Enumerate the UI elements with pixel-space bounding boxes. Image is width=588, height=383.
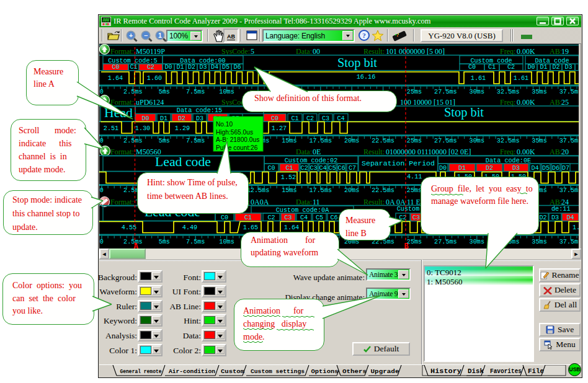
svg-text:C5: C5	[328, 165, 336, 172]
svg-text:SysCode:: SysCode:	[221, 47, 250, 56]
svg-text:Custom code:5: Custom code:5	[108, 58, 157, 64]
svg-text:25ms: 25ms	[407, 138, 422, 144]
svg-text:C3: C3	[412, 214, 420, 221]
svg-text:Freq:: Freq:	[500, 98, 515, 107]
svg-text:2.51: 2.51	[104, 125, 118, 132]
svg-text:5ms: 5ms	[159, 138, 170, 144]
svg-text:Freq:: Freq:	[500, 47, 515, 56]
svg-text:0: 0	[100, 187, 104, 194]
svg-text:20: 20	[561, 147, 569, 156]
svg-text:10ms: 10ms	[219, 239, 234, 245]
svg-text:0: 0	[100, 239, 104, 245]
svg-text:17.5ms: 17.5ms	[309, 138, 332, 144]
svg-text:de:11: de:11	[551, 206, 571, 213]
svg-text:1.64: 1.64	[284, 224, 299, 231]
svg-text:B: B	[404, 242, 408, 249]
svg-text:AB:: AB:	[550, 147, 562, 156]
svg-text:Lead code: Lead code	[155, 155, 211, 169]
svg-text:4.49: 4.49	[182, 224, 197, 231]
svg-text:12.5ms: 12.5ms	[247, 187, 270, 194]
svg-text:Custom: Custom	[221, 368, 245, 375]
svg-text:2.5ms: 2.5ms	[123, 239, 143, 245]
svg-text:D3: D3	[196, 115, 203, 122]
svg-text:C6: C6	[330, 214, 337, 221]
svg-text:25: 25	[561, 98, 569, 107]
svg-text:C7: C7	[349, 165, 356, 172]
svg-text:Air-condition: Air-condition	[169, 368, 215, 375]
svg-text:0.00K: 0.00K	[517, 47, 535, 56]
svg-text:D3: D3	[512, 165, 520, 172]
svg-text:25ms: 25ms	[407, 239, 422, 245]
svg-text:1.52: 1.52	[281, 174, 296, 181]
svg-text:C6: C6	[337, 165, 345, 172]
svg-text:C0: C0	[468, 64, 476, 71]
svg-text:25ms: 25ms	[407, 89, 422, 95]
svg-text:37.5ms: 37.5ms	[559, 239, 579, 245]
svg-text:16.16: 16.16	[357, 74, 376, 81]
svg-text:D5: D5	[222, 64, 229, 71]
svg-text:History: History	[430, 368, 462, 375]
svg-text:7.5ms: 7.5ms	[186, 239, 205, 245]
svg-text:1.60: 1.60	[147, 75, 162, 82]
svg-text:D3: D3	[564, 64, 572, 71]
svg-text:Custom code:0A: Custom code:0A	[276, 207, 329, 214]
svg-text:37.5ms: 37.5ms	[559, 138, 579, 144]
svg-text:1.27: 1.27	[272, 125, 287, 132]
svg-text:M50119P: M50119P	[136, 47, 165, 56]
svg-text:7.5ms: 7.5ms	[186, 138, 205, 144]
svg-text:D7: D7	[562, 165, 569, 172]
svg-text:?: ?	[362, 32, 366, 39]
svg-text:0.00K: 0.00K	[517, 98, 535, 107]
svg-text:Data:: Data:	[296, 47, 312, 56]
svg-text:4.55: 4.55	[122, 224, 136, 231]
svg-text:Data code:0E: Data code:0E	[486, 157, 531, 164]
svg-text:1.61: 1.61	[471, 75, 486, 82]
svg-text:Custom code:02: Custom code:02	[285, 157, 338, 164]
svg-text:File: File	[528, 368, 544, 375]
svg-text:1.61: 1.61	[514, 75, 528, 82]
svg-text:C2: C2	[147, 64, 154, 71]
svg-text:30ms: 30ms	[470, 239, 484, 245]
svg-text:17.5ms: 17.5ms	[309, 187, 332, 194]
svg-text:7.5ms: 7.5ms	[186, 89, 205, 95]
svg-text:+: +	[129, 32, 133, 39]
svg-text:1: 1	[158, 32, 162, 39]
svg-text:D2: D2	[188, 64, 195, 71]
svg-text:Custom settings: Custom settings	[251, 368, 305, 375]
svg-text:AB:: AB:	[550, 98, 562, 107]
svg-text:C0: C0	[267, 165, 275, 172]
svg-text:Favorites: Favorites	[490, 368, 522, 375]
svg-text:15ms: 15ms	[282, 187, 296, 194]
svg-text:D6: D6	[233, 64, 241, 71]
svg-text:20ms: 20ms	[344, 138, 359, 144]
svg-text:1.29: 1.29	[175, 125, 190, 132]
svg-text:C0: C0	[112, 64, 119, 71]
svg-text:C4: C4	[337, 115, 344, 122]
svg-text:No.10: No.10	[216, 121, 233, 128]
svg-text:C2: C2	[507, 64, 515, 71]
svg-text:5: 5	[251, 47, 254, 56]
svg-text:High:565.0us: High:565.0us	[216, 129, 253, 136]
svg-text:D4: D4	[211, 64, 218, 71]
svg-text:27.5ms: 27.5ms	[434, 138, 457, 144]
svg-text:Data code:00: Data code:00	[180, 58, 225, 64]
svg-text:C0: C0	[221, 214, 228, 221]
svg-text:C5: C5	[316, 214, 323, 221]
svg-text:Result:: Result:	[363, 47, 385, 56]
svg-text:20ms: 20ms	[344, 187, 359, 194]
svg-text:D6: D6	[552, 165, 559, 172]
svg-text:C0: C0	[271, 115, 278, 122]
svg-text:Disk: Disk	[468, 368, 484, 375]
svg-text:10ms: 10ms	[219, 89, 234, 95]
svg-text:General remote: General remote	[120, 368, 162, 375]
svg-text:Stop bit: Stop bit	[337, 56, 377, 70]
svg-text:22.5ms: 22.5ms	[372, 138, 394, 144]
svg-text:C3: C3	[322, 115, 329, 122]
svg-text:101 0000000 [5 00]: 101 0000000 [5 00]	[386, 47, 445, 56]
svg-text:C3: C3	[284, 214, 292, 221]
svg-text:C4: C4	[300, 214, 308, 221]
svg-text:4.11: 4.11	[407, 174, 422, 180]
svg-text:5ms: 5ms	[159, 89, 170, 95]
svg-text:uPD6124: uPD6124	[136, 98, 164, 107]
svg-text:C2: C2	[267, 214, 275, 221]
